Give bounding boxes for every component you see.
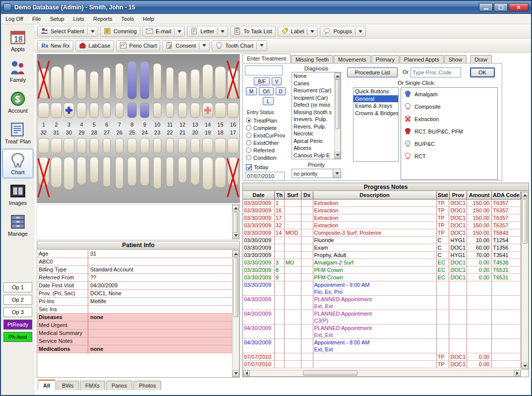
column-header-dx[interactable]: Dx — [301, 192, 313, 199]
progress-note-row[interactable]: 03/30/20093MOAmalgam-2 SurfECDOC10.00T45… — [243, 259, 521, 266]
tooth-1[interactable] — [38, 62, 49, 118]
diagnosis-option-incipient-car[interactable]: Incipient (Car) — [292, 94, 334, 102]
ok-button[interactable]: OK — [470, 67, 495, 77]
tooth-25[interactable] — [127, 138, 136, 186]
column-header-stat[interactable]: Stat — [437, 192, 450, 199]
close-button[interactable]: × — [509, 3, 529, 11]
toolbar-button-labcase[interactable]: LabCase — [75, 40, 114, 51]
image-tab-panos[interactable]: Panos — [106, 381, 132, 390]
entry-status-option-existother[interactable]: ExistOther — [246, 139, 289, 146]
operatory-button-ptready[interactable]: PtReady — [3, 320, 32, 330]
scroll-left-button[interactable] — [243, 370, 250, 376]
priority-dropdown-button[interactable] — [333, 169, 341, 178]
category-general[interactable]: General — [354, 95, 398, 103]
title-bar[interactable]: Demo Database {Admin} - Smith, John - 15… — [1, 1, 531, 14]
radio-existcurprov[interactable] — [246, 132, 251, 138]
tab-missing-teeth[interactable]: Missing Teeth — [291, 55, 333, 63]
progress-note-row[interactable]: 04/30/2009PLANNED AppointmentExt, Ext — [243, 325, 521, 339]
toolbar-button-e-mail[interactable]: E-mail — [142, 26, 185, 37]
column-header-description[interactable]: Description — [313, 192, 437, 199]
toolbar-button-letter[interactable]: Letter — [187, 26, 228, 37]
toolbar-button-commlog[interactable]: Commlog — [100, 26, 140, 37]
tooth-31[interactable] — [51, 138, 62, 188]
diagnosis-scrollbar[interactable] — [334, 72, 341, 159]
progress-note-row[interactable]: 03/30/200914MODComposite-3 Surf, Posteri… — [243, 229, 521, 237]
menu-item-tools[interactable]: Tools — [117, 14, 139, 23]
progress-note-row[interactable]: 03/30/2009FluorideCHYG110.00T1254 — [243, 237, 521, 244]
category-exams-xrays[interactable]: Exams & Xrays — [354, 102, 398, 110]
entry-status-option-existcurprov[interactable]: ExistCurProv — [246, 132, 289, 139]
tooth-6[interactable] — [103, 67, 111, 118]
tooth-9[interactable] — [140, 62, 149, 118]
operatory-button-ph-asst[interactable]: Ph Asst — [3, 332, 32, 342]
tooth-18[interactable] — [215, 138, 226, 188]
diagnosis-option-carious-pulp-e[interactable]: Carious Pulp E — [292, 152, 334, 159]
diagnosis-option-none[interactable]: None — [292, 72, 334, 80]
chevron-down-icon[interactable] — [91, 30, 95, 33]
sidebar-item-images[interactable]: Images — [2, 180, 33, 209]
scroll-down-button[interactable] — [233, 370, 239, 377]
column-header-ada-code[interactable]: ADA Code — [492, 192, 521, 199]
progress-note-row[interactable]: 03/30/20091ExtractionTPDOC1150.00T6357 — [243, 199, 521, 207]
toolbar-button-select-patient[interactable]: Select Patient — [37, 26, 98, 37]
patient-info-scrollbar[interactable] — [232, 250, 239, 377]
progress-notes-hscrollbar[interactable] — [243, 370, 521, 377]
tooth-14[interactable] — [203, 65, 213, 118]
scroll-up-button[interactable] — [335, 73, 340, 79]
progress-note-row[interactable]: 04/30/2009Appointment - 8:00 AMExt, Ext — [243, 339, 521, 353]
menu-item-lists[interactable]: Lists — [68, 14, 89, 23]
category-quick-buttons[interactable]: Quick Buttons — [354, 88, 398, 95]
sidebar-item-account[interactable]: $Account — [2, 87, 33, 117]
chevron-down-icon[interactable] — [358, 30, 362, 33]
column-header-amount[interactable]: Amount — [467, 192, 492, 199]
tooth-26[interactable] — [116, 138, 123, 189]
tooth-11[interactable] — [166, 67, 174, 118]
tooth-13[interactable] — [191, 69, 200, 118]
chevron-down-icon[interactable] — [177, 30, 181, 33]
proc-code-input[interactable] — [411, 67, 461, 77]
radio-referred[interactable] — [246, 147, 251, 153]
progress-note-row[interactable]: 03/30/200916ExtractionTPDOC1150.00T6357 — [243, 207, 521, 214]
quick-proc-amalgam[interactable]: Amalgam — [401, 88, 497, 100]
image-tab-bws[interactable]: BWs — [57, 381, 79, 390]
tooth-7[interactable] — [116, 64, 123, 118]
diagnosis-option-recurrent-car[interactable]: Recurrent (Car) — [292, 87, 334, 94]
diagnosis-option-apical-perio[interactable]: Apical Perio — [292, 137, 334, 145]
progress-note-row[interactable]: 03/30/20099PFM CrownECDOC10.00T6531 — [243, 274, 521, 281]
toolbar-button-label[interactable]: Label — [278, 26, 318, 37]
tooth-12[interactable] — [178, 71, 187, 118]
surface-button-b-f[interactable]: B/F — [254, 77, 270, 85]
procedure-list-button[interactable]: Procedure List — [347, 67, 398, 77]
maximize-button[interactable] — [494, 3, 508, 11]
progress-note-row[interactable]: 04/30/2009PLANNED AppointmentExt, Ext — [243, 296, 521, 310]
tooth-23[interactable] — [153, 138, 161, 189]
tab-draw[interactable]: Draw — [470, 55, 492, 63]
tooth-2[interactable] — [51, 66, 62, 118]
menu-item-reports[interactable]: Reports — [89, 14, 117, 23]
sidebar-item-manage[interactable]: Manage — [2, 210, 33, 240]
menu-item-log-off[interactable]: Log Off — [1, 14, 28, 23]
tooth-10[interactable] — [153, 64, 161, 118]
scroll-down-button[interactable] — [335, 152, 340, 158]
progress-note-row[interactable]: 03/30/200917ExtractionTPDOC1150.00T6357 — [243, 214, 521, 222]
tooth-8[interactable] — [127, 62, 136, 118]
quick-proc-bu-p-c[interactable]: BU/P&C — [401, 137, 497, 150]
progress-note-row[interactable]: 03/30/20098PFM CrownECDOC10.00T6531 — [243, 266, 521, 274]
surface-button-v[interactable]: V — [272, 77, 282, 85]
diagnosis-option-irrevers-pulp[interactable]: Irrevers. Pulp. — [292, 116, 334, 123]
progress-note-row[interactable]: 03/30/200932ExtractionTPDOC1150.00T6357 — [243, 222, 521, 229]
diagnosis-option-defect-or-miss[interactable]: Defect (or miss — [292, 101, 334, 109]
tooth-number-input[interactable] — [245, 66, 283, 75]
tooth-16[interactable] — [228, 62, 238, 118]
menu-item-file[interactable]: File — [28, 14, 46, 23]
radio-complete[interactable] — [246, 125, 251, 131]
menu-item-help[interactable]: Help — [138, 14, 159, 23]
toolbar-button-perio-chart[interactable]: Perio Chart — [116, 40, 161, 51]
minimize-button[interactable] — [479, 3, 493, 11]
tooth-20[interactable] — [191, 138, 200, 185]
radio-existother[interactable] — [246, 140, 251, 145]
tooth-22[interactable] — [166, 138, 174, 187]
tooth-24[interactable] — [140, 138, 149, 186]
diagnosis-option-missing-tooth-s[interactable]: Missing (tooth s — [292, 109, 334, 116]
radio-treatplan[interactable] — [246, 118, 251, 123]
